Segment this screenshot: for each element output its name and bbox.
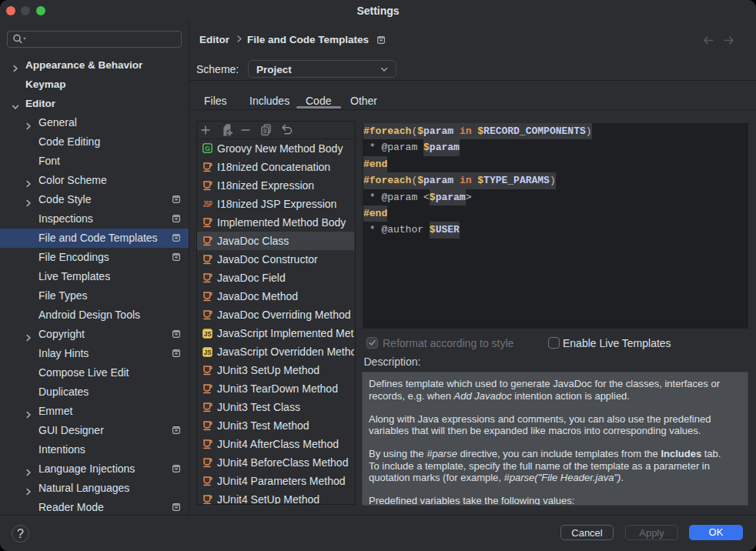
svg-text:JSP: JSP [203, 200, 212, 209]
svg-text:JS: JS [204, 331, 212, 338]
svg-text:G: G [205, 145, 210, 152]
svg-text:JS: JS [204, 349, 212, 356]
